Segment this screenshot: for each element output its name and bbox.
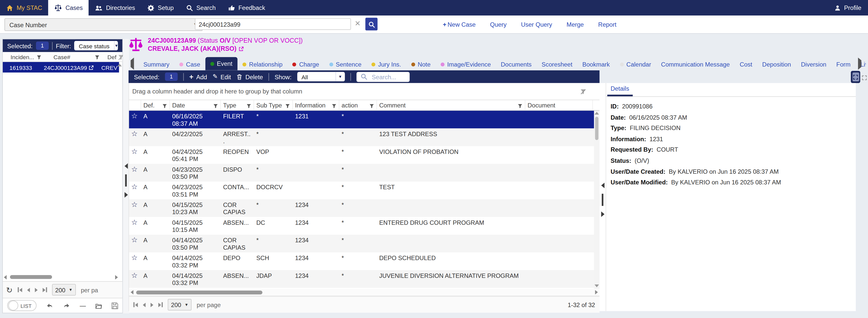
filter-funnel-icon[interactable] — [162, 102, 167, 108]
clear-search-icon[interactable]: ✕ — [353, 19, 362, 29]
collapse-left-icon[interactable] — [124, 163, 127, 169]
event-row[interactable]: ☆A06/16/2025 08:37 AMFILERT*1231* — [129, 111, 599, 129]
event-row[interactable]: ☆A04/23/2025 03:50 PMDISPO** — [129, 164, 599, 182]
tab-cost[interactable]: Cost — [735, 58, 757, 70]
grid-vertical-scrollbar[interactable] — [594, 111, 599, 289]
column-header-def[interactable]: Def. — [141, 100, 170, 110]
search-field-selector[interactable]: Case Number ▼ — [4, 18, 203, 31]
tab-calendar[interactable]: Calendar — [615, 58, 656, 70]
delete-button[interactable]: Delete — [237, 73, 263, 81]
column-header-type[interactable]: Type — [221, 100, 254, 110]
star-icon[interactable]: ☆ — [129, 146, 141, 156]
scroll-left-icon[interactable] — [4, 275, 7, 279]
filter-funnel-icon[interactable] — [36, 53, 41, 60]
tab-form[interactable]: Form — [831, 58, 856, 70]
sidebar-horizontal-scrollbar[interactable] — [4, 274, 118, 280]
defendant-link[interactable]: CREVALE, JACK (AKA)(RSO) — [148, 45, 303, 52]
sidebar-vertical-scrollbar[interactable] — [117, 62, 122, 306]
scroll-right-icon[interactable] — [595, 290, 598, 294]
column-header-document[interactable]: Document — [525, 100, 593, 110]
search-button[interactable] — [365, 18, 377, 30]
tab-note[interactable]: Note — [406, 58, 436, 70]
event-row[interactable]: ☆A04/15/2025 10:15 AMABSEN...DC1234*ENTE… — [129, 217, 599, 235]
event-row[interactable]: ☆A04/23/2025 03:51 PMCONTA...DOCRCV*TEST — [129, 182, 599, 199]
edit-button[interactable]: ✎Edit — [213, 73, 231, 80]
event-row[interactable]: ☆A04/14/2025 03:32 PMDEPOSCH1234*DEPO SC… — [129, 252, 599, 270]
new-case-link[interactable]: +New Case — [443, 21, 475, 28]
column-header-comment[interactable]: Comment — [377, 100, 525, 110]
col-def[interactable]: Def — [100, 53, 116, 60]
expand-right-icon[interactable] — [601, 211, 604, 217]
event-row[interactable]: ☆A04/14/2025 03:50 PMCOR CAPIAS*1234* — [129, 235, 599, 252]
undo-icon[interactable] — [45, 302, 54, 309]
star-icon[interactable]: ☆ — [129, 217, 141, 227]
folder-icon[interactable] — [95, 302, 103, 309]
scroll-right-icon[interactable] — [115, 275, 118, 279]
star-icon[interactable]: ☆ — [129, 252, 141, 262]
event-row[interactable]: ☆A04/15/2025 10:23 AMCOR CAPIAS*1234* — [129, 199, 599, 217]
star-icon[interactable]: ☆ — [129, 129, 141, 138]
tab-image-evidence[interactable]: Image/Evidence — [436, 58, 496, 70]
nav-item-cases[interactable]: Cases — [48, 0, 89, 15]
tab-deposition[interactable]: Deposition — [757, 58, 796, 70]
event-row[interactable]: ☆A04/24/2025 05:41 PMREOPENVOP*VIOLATION… — [129, 146, 599, 164]
scroll-down-icon[interactable] — [594, 284, 599, 287]
tab-event[interactable]: Event — [205, 57, 238, 70]
col-case[interactable]: Case# — [41, 53, 70, 60]
merge-link[interactable]: Merge — [566, 21, 584, 28]
column-header-star[interactable] — [129, 100, 141, 110]
next-page-button[interactable] — [151, 303, 153, 307]
nav-item-feedback[interactable]: Feedback — [222, 0, 271, 15]
scrollbar-thumb[interactable] — [136, 290, 262, 294]
event-row[interactable]: ☆A04/14/2025 03:32 PMABSEN...JDAP1234*JU… — [129, 270, 599, 288]
scroll-up-icon[interactable] — [594, 112, 599, 115]
group-by-bar[interactable]: Drag a column header and drop it here to… — [129, 83, 599, 100]
case-number-link[interactable]: 24CJ000123A99 — [44, 64, 101, 71]
tab-case[interactable]: Case — [175, 58, 205, 70]
filter-select[interactable]: Case status ▼ — [74, 41, 118, 50]
query-link[interactable]: Query — [490, 21, 506, 28]
column-header-action[interactable]: action — [339, 100, 377, 110]
nav-item-directories[interactable]: Directories — [89, 0, 141, 15]
nav-item-search[interactable]: Search — [180, 0, 222, 15]
left-splitter[interactable] — [123, 39, 129, 313]
expand-grid-button[interactable] — [852, 72, 859, 81]
column-header-date[interactable]: Date — [170, 100, 221, 110]
column-header-information[interactable]: Information — [293, 100, 339, 110]
col-incident[interactable]: Inciden... — [3, 53, 34, 60]
filter-funnel-icon[interactable] — [246, 102, 251, 108]
filter-funnel-icon[interactable] — [285, 102, 290, 108]
tab-scoresheet[interactable]: Scoresheet — [536, 58, 578, 70]
tab-relationship[interactable]: Relationship — [238, 58, 287, 70]
refresh-icon[interactable]: ↻ — [6, 285, 13, 294]
save-icon[interactable] — [111, 302, 118, 309]
grid-search-input[interactable] — [371, 73, 406, 81]
star-icon[interactable]: ☆ — [129, 199, 141, 209]
minus-icon[interactable]: — — [80, 302, 86, 309]
show-filter-select[interactable]: All ▼ — [297, 72, 344, 81]
splitter-handle[interactable] — [125, 174, 127, 186]
tab-diversion[interactable]: Diversion — [796, 58, 831, 70]
redo-icon[interactable] — [62, 302, 71, 309]
next-page-button[interactable] — [35, 288, 38, 292]
nav-item-setup[interactable]: Setup — [141, 0, 180, 15]
tabs-scroll-right[interactable] — [858, 60, 861, 67]
star-icon[interactable]: ☆ — [129, 235, 141, 245]
filter-funnel-icon[interactable] — [332, 102, 337, 108]
first-page-button[interactable] — [133, 302, 138, 307]
nav-item-my-stac[interactable]: My STAC — [0, 0, 48, 15]
expand-right-icon[interactable] — [124, 192, 127, 198]
page-size-select[interactable]: 200 ▼ — [168, 299, 191, 311]
scrollbar-thumb[interactable] — [595, 117, 598, 140]
case-list-row[interactable]: 1619333 24CJ000123A99 CREV — [3, 62, 119, 72]
expand-panel-icon[interactable] — [862, 74, 867, 80]
tab-summary[interactable]: Summary — [138, 58, 175, 70]
scroll-left-icon[interactable] — [130, 290, 133, 294]
tab-sentence[interactable]: Sentence — [324, 58, 367, 70]
last-page-button[interactable] — [158, 302, 162, 307]
user-query-link[interactable]: User Query — [521, 21, 552, 28]
splitter-handle[interactable] — [602, 194, 603, 206]
first-page-button[interactable] — [18, 287, 22, 292]
profile-button[interactable]: Profile — [827, 0, 868, 15]
star-icon[interactable]: ☆ — [129, 182, 141, 192]
